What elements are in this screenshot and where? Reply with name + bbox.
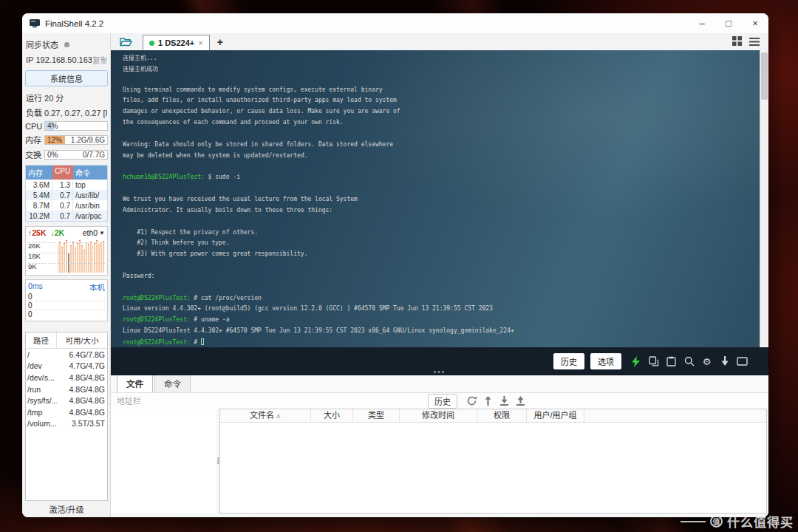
refresh-icon[interactable]	[466, 396, 477, 406]
terminal-text: #2) Think before you type.	[123, 239, 230, 246]
load-text: 负载 0.27, 0.27, 0.27 [IO: ..	[26, 106, 107, 118]
prompt-text: root@DS224PlusTest:	[123, 339, 191, 346]
paste-icon[interactable]	[666, 356, 677, 367]
ping-target-link[interactable]: 本机	[89, 282, 105, 293]
process-row[interactable]: 5.4M0.7/usr/lib/	[26, 190, 107, 200]
watermark: 值 什么值得买	[681, 512, 794, 531]
terminal-options-button[interactable]: 选项	[590, 353, 621, 369]
disk-row[interactable]: /volum...3.5T/3.5T	[26, 418, 107, 430]
network-bar	[59, 242, 61, 273]
app-icon	[30, 19, 40, 28]
process-table[interactable]: 内存CPU命令 3.6M1.3top5.4M0.7/usr/lib/8.7M0.…	[25, 165, 108, 222]
ping-row: 0	[28, 293, 105, 301]
directory-tree-pane[interactable]	[111, 409, 216, 514]
terminal-text: 连接主机...	[123, 55, 157, 61]
tab-close-icon[interactable]: ×	[198, 38, 202, 47]
terminal-text: #	[191, 339, 201, 346]
download-tray-icon[interactable]	[499, 396, 509, 406]
download-icon[interactable]	[719, 356, 730, 367]
address-input[interactable]	[117, 397, 423, 406]
lightning-icon[interactable]	[630, 356, 641, 367]
disk-table[interactable]: 路径可用/大小 /6.4G/7.8G/dev4.7G/4.7G/dev/s...…	[25, 332, 108, 501]
new-tab-button[interactable]: +	[217, 36, 223, 48]
search-icon[interactable]	[683, 356, 695, 367]
disk-cell: /dev	[26, 361, 57, 372]
system-info-button[interactable]: 系统信息	[25, 70, 108, 86]
terminal-line: Using terminal commands to modify system…	[123, 86, 758, 98]
sort-asc-icon: ∧	[274, 412, 281, 420]
grid-icon[interactable]	[732, 35, 742, 49]
column-header[interactable]: 大小	[311, 409, 353, 422]
terminal-line: damages or unexpected behavior, or cause…	[123, 108, 758, 119]
disk-cell: 4.8G/4.8G	[57, 395, 107, 406]
terminal[interactable]: 连接主机...连接主机成功Using terminal commands to …	[111, 50, 768, 347]
copy-icon[interactable]	[648, 356, 659, 367]
process-cell: /var/pac	[73, 211, 107, 221]
column-header[interactable]: 权限	[477, 409, 527, 422]
disk-row[interactable]: /sys/fs/...4.8G/4.8G	[26, 395, 107, 406]
network-y-label: 26K	[28, 242, 41, 250]
cpu-percent: 4%	[47, 122, 58, 130]
disk-cell: /run	[26, 383, 57, 395]
path-history-button[interactable]: 历史	[428, 394, 457, 409]
tab-ds224[interactable]: 1 DS224+ ×	[143, 35, 210, 50]
copy-ip-button[interactable]: 复制	[92, 54, 107, 66]
menu-icon[interactable]	[749, 35, 760, 49]
titlebar[interactable]: FinalShell 4.2.2 – □ ×	[22, 13, 768, 33]
terminal-line: #1) Respect the privacy of others.	[123, 229, 758, 240]
close-button[interactable]: ×	[742, 13, 768, 33]
file-panel: 文件命令 历史 ••• 文件名 ∧大小类型修改时间权限用户/用户组	[111, 375, 768, 517]
sidebar: 同步状态 IP 192.168.50.163 复制 系统信息 运行 20 分 负…	[22, 33, 111, 517]
mem-meter-row: 内存 12% 1.2G/9.6G	[25, 134, 108, 146]
splitter-handle[interactable]: •••	[434, 369, 446, 375]
terminal-text: the consequences of each command and pro…	[123, 119, 344, 126]
network-bar	[75, 248, 76, 273]
disk-row[interactable]: /dev4.7G/4.7G	[26, 361, 107, 372]
terminal-line: root@DS224PlusTest: # cat /proc/version	[123, 295, 758, 306]
maximize-button[interactable]: □	[715, 13, 742, 33]
ip-value: 192.168.50.163	[35, 55, 92, 64]
disk-row[interactable]: /dev/s...4.8G/4.8G	[26, 372, 107, 383]
disk-row[interactable]: /tmp4.8G/4.8G	[26, 406, 107, 418]
terminal-text: Administrator. It usually boils down to …	[123, 207, 332, 214]
upload-tray-icon[interactable]	[515, 396, 525, 406]
terminal-line	[123, 163, 758, 174]
minimize-button[interactable]: –	[689, 13, 715, 33]
process-row[interactable]: 10.2M0.7/var/pac	[26, 211, 107, 221]
disk-row[interactable]: /run4.8G/4.8G	[26, 383, 107, 395]
terminal-line: Password:	[123, 273, 758, 284]
disk-cell: 3.5T/3.5T	[57, 418, 107, 430]
upload-rate: ↑25K	[28, 228, 47, 237]
file-panel-tab-commands[interactable]: 命令	[154, 375, 191, 392]
activate-upgrade-link[interactable]: 激活/升级	[25, 501, 108, 517]
disk-row[interactable]: /6.4G/7.8G	[26, 349, 107, 361]
mem-meter: 12% 1.2G/9.6G	[44, 135, 108, 145]
terminal-scrollbar[interactable]	[760, 50, 768, 347]
monitor-icon[interactable]	[737, 356, 748, 367]
process-cell: 5.4M	[26, 190, 52, 200]
tab-bar: 1 DS224+ × +	[111, 33, 768, 50]
file-list[interactable]: 文件名 ∧大小类型修改时间权限用户/用户组	[219, 409, 767, 514]
column-header[interactable]: 用户/用户组	[527, 409, 584, 422]
terminal-text: $ sudo -i	[205, 174, 240, 180]
process-row[interactable]: 8.7M0.7/usr/bin	[26, 200, 107, 211]
network-bar	[61, 247, 63, 273]
terminal-history-button[interactable]: 历史	[553, 353, 584, 369]
terminal-line	[123, 218, 758, 229]
process-row[interactable]: 3.6M1.3top	[26, 180, 107, 190]
gear-icon[interactable]: ⚙	[701, 356, 712, 367]
column-header[interactable]: 文件名 ∧	[220, 409, 311, 422]
column-header[interactable]: 类型	[353, 409, 400, 422]
column-header[interactable]: 修改时间	[400, 409, 477, 422]
interface-selector[interactable]: eth0 ▼	[83, 228, 105, 237]
arrow-up-icon[interactable]	[482, 396, 493, 406]
network-panel: ↑25K ↓2K eth0 ▼ 26K18K9K	[25, 226, 108, 276]
file-panel-tab-files[interactable]: 文件	[117, 374, 153, 392]
terminal-line	[123, 284, 758, 295]
tree-splitter[interactable]: •••	[216, 409, 219, 514]
terminal-line: may be deleted when the system is update…	[123, 152, 758, 163]
folder-open-icon[interactable]	[120, 37, 132, 47]
terminal-text: Password:	[123, 273, 154, 279]
network-y-label: 18K	[28, 252, 41, 260]
scrollbar-thumb[interactable]	[761, 52, 768, 100]
